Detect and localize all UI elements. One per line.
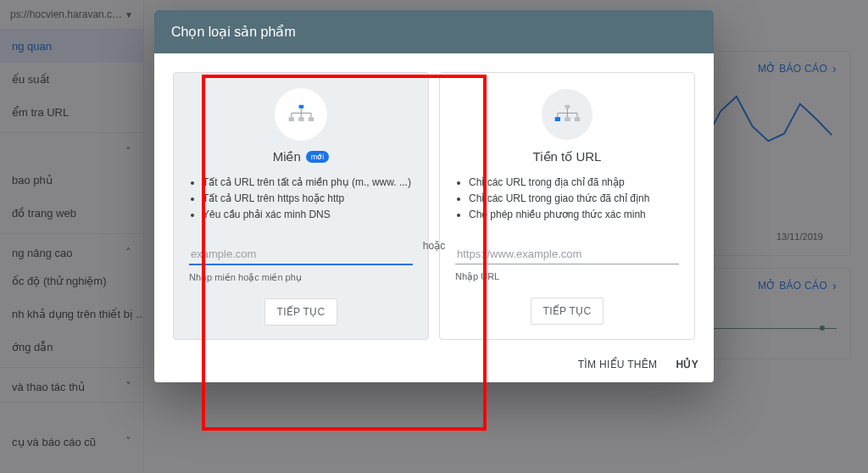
svg-rect-7 — [298, 117, 303, 121]
domain-input[interactable] — [189, 244, 413, 265]
domain-input-helper: Nhập miền hoặc miền phụ — [189, 272, 413, 283]
prefix-option-title: Tiền tố URL — [533, 149, 602, 164]
svg-rect-6 — [289, 117, 294, 121]
cancel-button[interactable]: HỦY — [676, 359, 698, 370]
learn-more-button[interactable]: TÌM HIỂU THÊM — [578, 359, 658, 370]
prefix-sitemap-icon — [541, 88, 593, 141]
svg-rect-15 — [555, 117, 560, 121]
prefix-continue-button[interactable]: TIẾP TỤC — [531, 298, 604, 325]
svg-rect-17 — [575, 117, 580, 121]
domain-option-title: Miền — [273, 149, 301, 164]
prefix-input-helper: Nhập URL — [455, 271, 679, 282]
prefix-feature-list: Chỉ các URL trong địa chỉ đã nhập Chỉ cá… — [455, 175, 679, 224]
dialog-title: Chọn loại sản phẩm — [154, 10, 714, 53]
domain-option-card[interactable]: Miền mới Tất cả URL trên tất cả miền phụ… — [173, 72, 429, 340]
domain-sitemap-icon — [275, 88, 327, 141]
domain-feature-list: Tất cả URL trên tất cả miền phụ (m., www… — [189, 175, 413, 224]
url-prefix-option-card[interactable]: Tiền tố URL Chỉ các URL trong địa chỉ đã… — [439, 72, 695, 340]
svg-rect-0 — [299, 105, 304, 109]
svg-rect-9 — [565, 105, 570, 109]
domain-continue-button[interactable]: TIẾP TỤC — [264, 298, 338, 326]
new-badge: mới — [306, 151, 330, 163]
svg-rect-8 — [309, 117, 314, 121]
svg-rect-16 — [565, 117, 570, 121]
property-type-dialog: Chọn loại sản phẩm Miền mới — [154, 10, 714, 382]
or-separator: hoặc — [423, 240, 445, 252]
prefix-input[interactable] — [455, 244, 679, 264]
